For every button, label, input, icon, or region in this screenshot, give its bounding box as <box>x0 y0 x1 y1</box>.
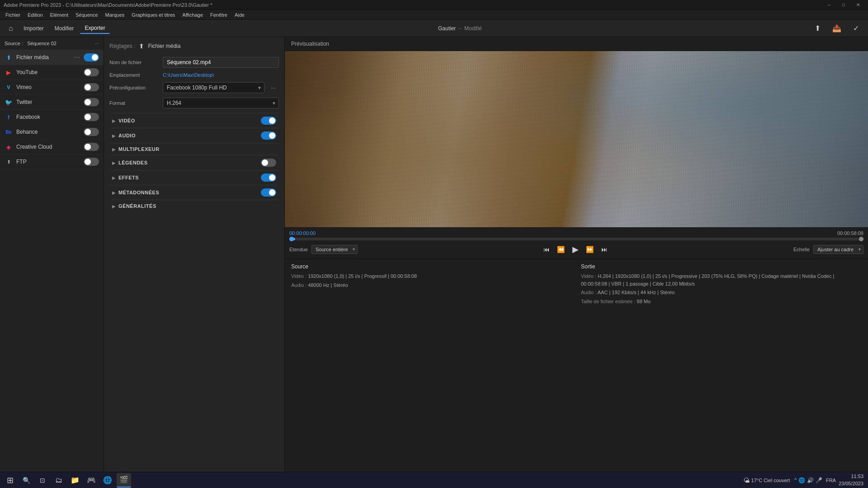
start-button[interactable]: ⊞ <box>3 473 17 488</box>
section-legendes[interactable]: ▶ LÉGENDES <box>109 155 279 170</box>
menu-fichier[interactable]: Fichier <box>2 11 24 19</box>
source-audio-value: 48000 Hz | Stéréo <box>308 282 348 288</box>
sidebar-item-fichier-media[interactable]: ⬆ Fichier média ··· <box>0 50 104 65</box>
metadonnees-section-label: MÉTADONNÉES <box>118 190 258 195</box>
menu-graphiques[interactable]: Graphiques et titres <box>128 11 179 19</box>
menu-marques[interactable]: Marques <box>102 11 128 19</box>
facebook-toggle[interactable] <box>84 113 99 121</box>
menu-affichage[interactable]: Affichage <box>179 11 207 19</box>
legendes-chevron-icon: ▶ <box>112 160 116 165</box>
output-taille-value: 88 Mo <box>637 299 651 304</box>
audio-toggle[interactable] <box>261 131 276 140</box>
section-metadonnees[interactable]: ▶ MÉTADONNÉES <box>109 185 279 200</box>
menu-element[interactable]: Elément <box>47 11 72 19</box>
etendue-select[interactable]: Source entière <box>311 245 358 254</box>
go-end-button[interactable]: ⏭ <box>599 244 610 255</box>
search-taskbar-button[interactable]: 🔍 <box>19 473 33 488</box>
emplacement-row: Emplacement C:\Users\Max\Desktop\ <box>109 72 279 78</box>
ftp-toggle[interactable] <box>84 158 99 166</box>
timeline-end-handle[interactable] <box>859 237 863 241</box>
step-forward-button[interactable]: ⏩ <box>585 244 595 255</box>
taskview-button[interactable]: ⊡ <box>35 473 50 488</box>
twitter-toggle[interactable] <box>84 98 99 106</box>
sidebar-item-youtube[interactable]: ▶ YouTube <box>0 65 104 80</box>
menu-sequence[interactable]: Séquence <box>72 11 102 19</box>
section-audio[interactable]: ▶ AUDIO <box>109 128 279 143</box>
taskbar-app-explorer[interactable]: 🗂 <box>52 473 66 488</box>
taskbar-clock[interactable]: 11:53 23/05/2023 <box>839 473 863 487</box>
preconfiguration-options-button[interactable]: ··· <box>268 82 279 93</box>
section-effets[interactable]: ▶ EFFETS <box>109 170 279 185</box>
home-button[interactable]: ⌂ <box>5 22 17 35</box>
generalites-section-label: GÉNÉRALITÉS <box>118 203 276 209</box>
middle-header: Réglages : ⬆ Fichier média <box>109 42 279 50</box>
sidebar-item-vimeo[interactable]: V Vimeo <box>0 80 104 95</box>
legendes-toggle[interactable] <box>261 159 276 167</box>
minimize-button[interactable]: – <box>823 1 835 9</box>
audio-section-label: AUDIO <box>118 133 258 138</box>
section-multiplexeur[interactable]: ▶ MULTIPLEXEUR <box>109 143 279 155</box>
sidebar-item-creative-cloud[interactable]: ◈ Creative Cloud <box>0 140 104 155</box>
format-select[interactable]: H.264 <box>163 98 279 108</box>
effets-toggle[interactable] <box>261 174 276 182</box>
output-taille-row: Taille de fichier estimée : 88 Mo <box>581 298 862 305</box>
sidebar-item-twitter[interactable]: 🐦 Twitter <box>0 95 104 110</box>
weather-text: 17°C Ciel couvert <box>751 478 790 483</box>
etendue-label: Etendue <box>289 247 308 252</box>
tab-exporter[interactable]: Exporter <box>80 23 109 34</box>
menu-aide[interactable]: Aide <box>231 11 248 19</box>
youtube-label: YouTube <box>16 69 80 75</box>
show-hidden-tray-button[interactable]: ^ <box>794 478 797 483</box>
emplacement-link[interactable]: C:\Users\Max\Desktop\ <box>163 72 279 78</box>
section-video[interactable]: ▶ VIDÉO <box>109 113 279 128</box>
taskbar-app-premiere[interactable]: 🎬 <box>117 473 131 488</box>
taskbar: ⊞ 🔍 ⊡ 🗂 📁 🎮 🌐 🎬 🌤 17°C Ciel couvert ^ 🌐 … <box>0 472 868 488</box>
sidebar-item-behance[interactable]: Be Behance <box>0 125 104 140</box>
taskbar-app-files[interactable]: 📁 <box>68 473 82 488</box>
publish-button[interactable]: 📤 <box>828 22 846 34</box>
fichier-media-header-label: Fichier média <box>148 43 180 49</box>
sidebar-item-ftp[interactable]: ⬆ FTP <box>0 155 104 169</box>
nom-fichier-input[interactable] <box>163 57 279 68</box>
preview-title: Prévisualisation <box>291 41 329 47</box>
fichier-media-icon: ⬆ <box>5 53 13 61</box>
close-button[interactable]: ✕ <box>852 1 864 9</box>
maximize-button[interactable]: □ <box>837 1 850 9</box>
multiplexeur-section-label: MULTIPLEXEUR <box>118 146 276 152</box>
time-start: 00:00:00:00 <box>289 230 316 236</box>
vimeo-toggle[interactable] <box>84 83 99 91</box>
preconfiguration-select[interactable]: Facebook 1080p Full HD <box>163 82 264 93</box>
step-back-button[interactable]: ⏪ <box>556 244 566 255</box>
creative-cloud-toggle[interactable] <box>84 143 99 151</box>
timeline-bar[interactable] <box>289 238 863 240</box>
menu-fenetre[interactable]: Fenêtre <box>207 11 231 19</box>
video-toggle[interactable] <box>261 117 276 125</box>
nom-fichier-label: Nom de fichier <box>109 60 159 65</box>
play-button[interactable]: ▶ <box>570 244 581 255</box>
checkmark-button[interactable]: ✓ <box>849 22 863 34</box>
youtube-toggle[interactable] <box>84 68 99 76</box>
echelle-select[interactable]: Ajuster au cadre <box>813 245 863 254</box>
right-panel: Prévisualisation <box>285 37 868 472</box>
info-area: Source Vidéo : 868x488 (1,0) | 25 i/s … <box>285 258 868 311</box>
share-button[interactable]: ⬆ <box>810 22 825 34</box>
ftp-icon: ⬆ <box>5 158 13 166</box>
source-options-button[interactable]: ··· <box>95 41 99 46</box>
output-info-title: Sortie <box>581 263 862 270</box>
menu-edition[interactable]: Edition <box>24 11 47 19</box>
timeline-handle[interactable] <box>289 237 294 241</box>
lang-text[interactable]: FRA <box>826 478 836 483</box>
behance-toggle[interactable] <box>84 128 99 136</box>
sidebar-item-facebook[interactable]: f Facebook <box>0 110 104 125</box>
tab-modifier[interactable]: Modifier <box>50 23 79 33</box>
go-start-button[interactable]: ⏮ <box>541 244 552 255</box>
taskbar-app-chrome[interactable]: 🌐 <box>100 473 115 488</box>
format-label: Format <box>109 100 159 106</box>
metadonnees-chevron-icon: ▶ <box>112 190 116 195</box>
section-generalites[interactable]: ▶ GÉNÉRALITÉS <box>109 200 279 212</box>
metadonnees-toggle[interactable] <box>261 188 276 197</box>
fichier-media-options[interactable]: ··· <box>74 53 80 61</box>
fichier-media-toggle[interactable] <box>84 53 99 61</box>
tab-importer[interactable]: Importer <box>19 23 48 33</box>
taskbar-app-steam[interactable]: 🎮 <box>84 473 99 488</box>
